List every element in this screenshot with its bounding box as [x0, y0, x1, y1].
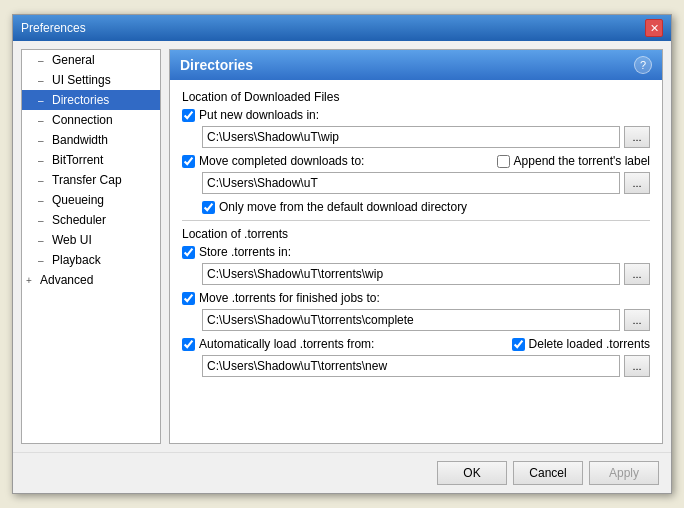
divider: [182, 220, 650, 221]
auto-load-input-row: ...: [182, 355, 650, 377]
store-torrents-label: Store .torrents in:: [199, 245, 291, 259]
store-torrents-row: Store .torrents in:: [182, 245, 650, 259]
sidebar-label-bandwidth: Bandwidth: [52, 133, 108, 147]
move-completed-checkbox[interactable]: [182, 155, 195, 168]
delete-loaded-label: Delete loaded .torrents: [529, 337, 650, 351]
sidebar-item-bandwidth[interactable]: – Bandwidth: [22, 130, 160, 150]
move-completed-label: Move completed downloads to:: [199, 154, 364, 168]
ok-button[interactable]: OK: [437, 461, 507, 485]
put-new-downloads-row: Put new downloads in:: [182, 108, 650, 122]
auto-load-row: Automatically load .torrents from: Delet…: [182, 337, 650, 351]
move-finished-checkbox[interactable]: [182, 292, 195, 305]
append-label-text: Append the torrent's label: [514, 154, 650, 168]
sidebar-label-web-ui: Web UI: [52, 233, 92, 247]
sidebar-label-scheduler: Scheduler: [52, 213, 106, 227]
put-new-downloads-label: Put new downloads in:: [199, 108, 319, 122]
panel-content: Location of Downloaded Files Put new dow…: [170, 80, 662, 443]
delete-loaded-checkbox[interactable]: [512, 338, 525, 351]
sidebar: – General – UI Settings – Directories – …: [21, 49, 161, 444]
only-move-row: Only move from the default download dire…: [182, 200, 650, 214]
store-torrents-checkbox[interactable]: [182, 246, 195, 259]
tree-icon: –: [38, 155, 48, 166]
only-move-checkbox[interactable]: [202, 201, 215, 214]
sidebar-label-transfer-cap: Transfer Cap: [52, 173, 122, 187]
tree-icon: –: [38, 175, 48, 186]
dialog-footer: OK Cancel Apply: [13, 452, 671, 493]
sidebar-item-connection[interactable]: – Connection: [22, 110, 160, 130]
preferences-dialog: Preferences ✕ – General – UI Settings – …: [12, 14, 672, 494]
move-finished-input-row: ...: [182, 309, 650, 331]
sidebar-label-ui-settings: UI Settings: [52, 73, 111, 87]
store-torrents-input-row: ...: [182, 263, 650, 285]
auto-load-label: Automatically load .torrents from:: [199, 337, 374, 351]
sidebar-label-directories: Directories: [52, 93, 109, 107]
help-button[interactable]: ?: [634, 56, 652, 74]
sidebar-item-transfer-cap[interactable]: – Transfer Cap: [22, 170, 160, 190]
tree-icon: –: [38, 215, 48, 226]
put-new-downloads-browse-button[interactable]: ...: [624, 126, 650, 148]
only-move-label: Only move from the default download dire…: [219, 200, 467, 214]
sidebar-label-bittorrent: BitTorrent: [52, 153, 103, 167]
tree-icon: –: [38, 135, 48, 146]
append-label-checkbox[interactable]: [497, 155, 510, 168]
put-new-downloads-checkbox[interactable]: [182, 109, 195, 122]
sidebar-label-general: General: [52, 53, 95, 67]
auto-load-checkbox[interactable]: [182, 338, 195, 351]
close-button[interactable]: ✕: [645, 19, 663, 37]
move-completed-left: Move completed downloads to:: [182, 154, 364, 168]
sidebar-item-scheduler[interactable]: – Scheduler: [22, 210, 160, 230]
sidebar-item-bittorrent[interactable]: – BitTorrent: [22, 150, 160, 170]
tree-icon: –: [38, 75, 48, 86]
expand-icon: +: [26, 275, 36, 286]
dialog-body: – General – UI Settings – Directories – …: [13, 41, 671, 452]
move-completed-row: Move completed downloads to: Append the …: [182, 154, 650, 168]
move-completed-input-row: ...: [182, 172, 650, 194]
tree-icon: –: [38, 255, 48, 266]
move-completed-input[interactable]: [202, 172, 620, 194]
sidebar-item-ui-settings[interactable]: – UI Settings: [22, 70, 160, 90]
sidebar-item-general[interactable]: – General: [22, 50, 160, 70]
torrents-section-label: Location of .torrents: [182, 227, 650, 241]
store-torrents-browse-button[interactable]: ...: [624, 263, 650, 285]
panel-header: Directories ?: [170, 50, 662, 80]
tree-icon: –: [38, 195, 48, 206]
put-new-downloads-input-row: ...: [182, 126, 650, 148]
store-torrents-input[interactable]: [202, 263, 620, 285]
auto-load-input[interactable]: [202, 355, 620, 377]
sidebar-item-playback[interactable]: – Playback: [22, 250, 160, 270]
sidebar-item-web-ui[interactable]: – Web UI: [22, 230, 160, 250]
panel-title: Directories: [180, 57, 253, 73]
sidebar-label-playback: Playback: [52, 253, 101, 267]
sidebar-item-directories[interactable]: – Directories: [22, 90, 160, 110]
sidebar-item-advanced[interactable]: + Advanced: [22, 270, 160, 290]
dialog-title: Preferences: [21, 21, 86, 35]
append-label-right: Append the torrent's label: [497, 154, 650, 168]
tree-icon: –: [38, 115, 48, 126]
move-finished-row: Move .torrents for finished jobs to:: [182, 291, 650, 305]
move-finished-browse-button[interactable]: ...: [624, 309, 650, 331]
auto-load-browse-button[interactable]: ...: [624, 355, 650, 377]
cancel-button[interactable]: Cancel: [513, 461, 583, 485]
sidebar-label-advanced: Advanced: [40, 273, 93, 287]
put-new-downloads-input[interactable]: [202, 126, 620, 148]
sidebar-label-queueing: Queueing: [52, 193, 104, 207]
tree-icon: –: [38, 235, 48, 246]
sidebar-item-queueing[interactable]: – Queueing: [22, 190, 160, 210]
downloaded-files-section-label: Location of Downloaded Files: [182, 90, 650, 104]
apply-button[interactable]: Apply: [589, 461, 659, 485]
auto-load-left: Automatically load .torrents from:: [182, 337, 374, 351]
move-finished-label: Move .torrents for finished jobs to:: [199, 291, 380, 305]
tree-icon: –: [38, 55, 48, 66]
move-finished-input[interactable]: [202, 309, 620, 331]
sidebar-label-connection: Connection: [52, 113, 113, 127]
main-panel: Directories ? Location of Downloaded Fil…: [169, 49, 663, 444]
move-completed-browse-button[interactable]: ...: [624, 172, 650, 194]
title-bar: Preferences ✕: [13, 15, 671, 41]
tree-icon: –: [38, 95, 48, 106]
delete-loaded-right: Delete loaded .torrents: [512, 337, 650, 351]
